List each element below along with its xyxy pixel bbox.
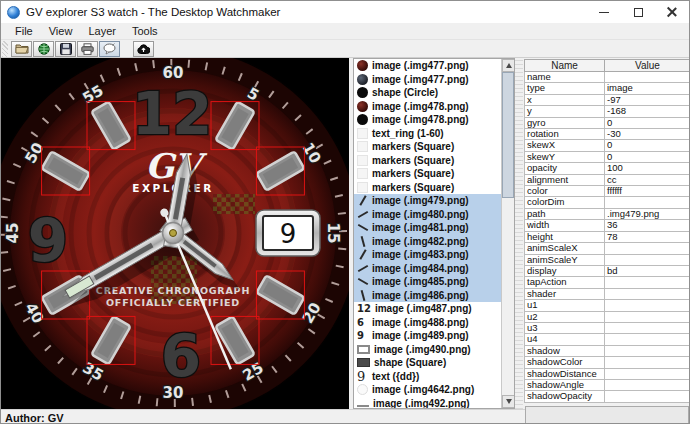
layer-label: image (.img478.png) [372,114,469,125]
prop-name: name [525,72,605,83]
table-row: tapAction [525,277,690,288]
prop-value[interactable]: image [605,83,690,94]
prop-value[interactable]: 0 [605,140,690,151]
list-item-selected[interactable]: image (.img480.png) [354,208,503,222]
prop-value[interactable] [605,311,690,322]
prop-value[interactable] [605,277,690,288]
prop-value[interactable] [605,72,690,83]
prop-value[interactable]: 0 [605,151,690,162]
list-item[interactable]: shape (Square) [354,356,503,370]
prop-value[interactable] [605,243,690,254]
prop-value[interactable] [605,322,690,333]
list-item[interactable]: image (.img478.png) [354,113,503,127]
list-item[interactable]: image (.img478.png) [354,100,503,114]
table-row: x-97 [525,94,690,105]
title-bar: GV explorer S3 watch - The Desktop Watch… [1,1,689,23]
prop-value[interactable]: 78 [605,231,690,242]
prop-value[interactable]: -30 [605,129,690,140]
list-item-selected[interactable]: image (.img486.png) [354,289,503,303]
list-item-selected[interactable]: image (.img482.png) [354,235,503,249]
list-item[interactable]: markers (Square) [354,181,503,195]
prop-value[interactable]: bd [605,265,690,276]
prop-name: shadowDistance [525,368,605,379]
prop-value[interactable] [605,391,690,402]
prop-value[interactable] [605,254,690,265]
layer-thumbnail-icon [357,276,368,287]
list-item-selected[interactable]: image (.img479.png) [354,194,503,208]
close-button[interactable] [655,1,689,23]
prop-value[interactable] [605,379,690,390]
list-item[interactable]: text_ring (1-60) [354,127,503,141]
open-button[interactable] [11,41,32,57]
list-item[interactable]: 9text ({dd}) [354,370,503,384]
prop-value[interactable] [605,368,690,379]
list-item[interactable]: image (.img477.png) [354,73,503,87]
layer-label: image (.img477.png) [372,74,469,85]
layer-label: image (.img4642.png) [372,384,474,395]
column-header-value[interactable]: Value [605,60,690,72]
list-item[interactable]: image (.img492.png) [354,397,503,410]
maximize-button[interactable] [621,1,655,23]
numeral-9: 9 [28,207,68,275]
web-button[interactable] [33,41,54,57]
menu-view[interactable]: View [41,24,81,38]
date-window[interactable]: 9 [256,210,320,256]
print-button[interactable] [77,41,98,57]
list-item[interactable]: image (.img490.png) [354,343,503,357]
prop-name: rotation [525,129,605,140]
list-item[interactable]: shape (Circle) [354,86,503,100]
table-row: skewX0 [525,140,690,151]
prop-name: shadowColor [525,357,605,368]
column-header-name[interactable]: Name [525,60,605,72]
table-row: shadowDistance [525,368,690,379]
prop-value[interactable] [605,357,690,368]
menu-tools[interactable]: Tools [124,24,166,38]
prop-name: alignment [525,174,605,185]
table-row: rotation-30 [525,129,690,140]
toolbar-grip[interactable] [2,41,8,57]
maximize-icon [634,8,643,17]
download-button[interactable] [133,41,154,57]
open-folder-icon [15,43,29,54]
minute-label: 15 [324,223,342,244]
menu-layer[interactable]: Layer [80,24,124,38]
prop-value[interactable] [605,288,690,299]
scroll-down-button[interactable] [502,395,515,408]
prop-value[interactable] [605,334,690,345]
panel-splitter[interactable] [515,58,523,409]
prop-value[interactable]: 36 [605,220,690,231]
save-button[interactable] [55,41,76,57]
list-item-selected[interactable]: image (.img483.png) [354,248,503,262]
list-item-selected[interactable]: image (.img481.png) [354,221,503,235]
list-item[interactable]: 9image (.img489.png) [354,329,503,343]
list-item[interactable]: 6image (.img488.png) [354,316,503,330]
prop-value[interactable] [605,197,690,208]
menu-file[interactable]: File [7,24,41,38]
list-item[interactable]: image (.img477.png) [354,59,503,73]
prop-value[interactable]: 0 [605,117,690,128]
list-item[interactable]: image (.img4642.png) [354,383,503,397]
prop-value[interactable]: .img479.png [605,208,690,219]
prop-value[interactable]: cc [605,174,690,185]
watch-canvas[interactable]: 60 5 10 15 20 25 30 35 40 45 50 55 12 9 [1,58,349,409]
scroll-up-button[interactable] [502,59,515,72]
prop-value[interactable] [605,300,690,311]
prop-value[interactable]: -168 [605,106,690,117]
list-item[interactable]: markers (Square) [354,140,503,154]
list-item[interactable]: markers (Square) [354,167,503,181]
style-button[interactable] [99,41,120,57]
list-item[interactable]: 12image (.img487.png) [354,302,503,316]
list-item-selected[interactable]: image (.img484.png) [354,262,503,276]
prop-value[interactable]: 100 [605,163,690,174]
prop-value[interactable] [605,345,690,356]
list-item-selected[interactable]: image (.img485.png) [354,275,503,289]
prop-value[interactable]: -97 [605,94,690,105]
table-row: u1 [525,300,690,311]
scrollbar-thumb[interactable] [502,72,514,198]
prop-name: color [525,186,605,197]
list-item[interactable]: markers (Square) [354,154,503,168]
prop-value[interactable]: ffffff [605,186,690,197]
minimize-button[interactable] [587,1,621,23]
list-scrollbar[interactable] [501,59,514,408]
prop-name: opacity [525,163,605,174]
